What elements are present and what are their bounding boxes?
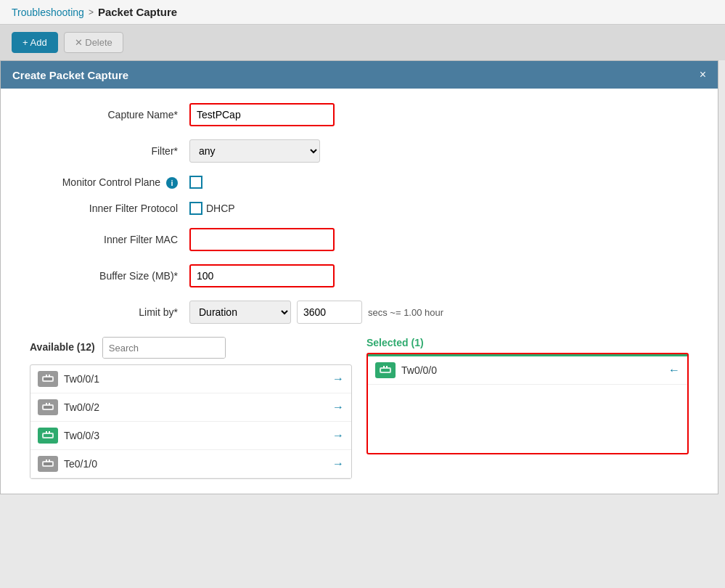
- add-button[interactable]: + Add: [12, 32, 58, 53]
- interface-name: Tw0/0/2: [64, 401, 332, 413]
- monitor-control-plane-row: Monitor Control Plane i: [30, 176, 689, 189]
- limit-by-row: Limit by* Duration Size secs ~= 1.00 hou…: [30, 301, 689, 324]
- add-interface-arrow[interactable]: →: [332, 429, 344, 442]
- interface-panels: Available (12): [30, 337, 689, 479]
- list-item[interactable]: Tw0/0/2 →: [30, 393, 351, 422]
- breadcrumb-troubleshooting[interactable]: Troubleshooting: [12, 7, 84, 18]
- list-item[interactable]: Tw0/0/0 ←: [368, 354, 687, 385]
- duration-input[interactable]: [297, 301, 362, 324]
- interface-icon: [38, 399, 58, 415]
- list-item[interactable]: Tw0/0/3 →: [30, 422, 351, 450]
- interface-icon: [38, 428, 58, 444]
- inner-filter-mac-row: Inner Filter MAC: [30, 228, 689, 251]
- available-list: Tw0/0/1 → Tw0/0/2 →: [30, 364, 352, 479]
- svg-rect-5: [49, 375, 50, 377]
- buffer-size-label: Buffer Size (MB)*: [30, 270, 189, 282]
- remove-interface-arrow[interactable]: ←: [668, 364, 680, 377]
- delete-button[interactable]: ✕ Delete: [64, 32, 123, 53]
- dhcp-checkbox[interactable]: [189, 202, 202, 215]
- interface-icon: [38, 371, 58, 387]
- duration-hint: secs ~= 1.00 hour: [368, 307, 443, 318]
- svg-rect-17: [49, 460, 50, 462]
- interface-icon: [375, 362, 396, 378]
- selected-list: Tw0/0/0 ←: [366, 353, 689, 454]
- filter-row: Filter* any custom: [30, 139, 689, 163]
- svg-rect-8: [46, 403, 47, 405]
- svg-rect-11: [44, 434, 52, 437]
- add-interface-arrow[interactable]: →: [332, 372, 344, 385]
- list-item[interactable]: Te0/1/0 →: [30, 450, 351, 478]
- add-interface-arrow[interactable]: →: [332, 401, 344, 414]
- breadcrumb-current: Packet Capture: [98, 6, 177, 18]
- inner-filter-mac-label: Inner Filter MAC: [30, 234, 189, 245]
- svg-rect-3: [44, 377, 52, 380]
- breadcrumb: Troubleshooting > Packet Capture: [0, 0, 725, 25]
- svg-rect-20: [383, 366, 385, 368]
- svg-rect-15: [44, 462, 52, 465]
- filter-select[interactable]: any custom: [189, 139, 320, 163]
- capture-name-label: Capture Name*: [30, 109, 189, 121]
- available-panel-header: Available (12): [30, 341, 95, 353]
- interface-name: Te0/1/0: [64, 458, 332, 470]
- add-interface-arrow[interactable]: →: [332, 457, 344, 470]
- inner-filter-mac-input[interactable]: [189, 228, 335, 251]
- svg-rect-7: [44, 406, 52, 409]
- svg-rect-9: [49, 403, 50, 405]
- buffer-size-input[interactable]: [189, 264, 335, 287]
- svg-rect-4: [46, 375, 47, 377]
- svg-rect-21: [386, 366, 388, 368]
- toolbar: + Add ✕ Delete: [0, 25, 725, 60]
- selected-panel-header: Selected (1): [366, 337, 689, 348]
- capture-name-input[interactable]: [189, 103, 335, 126]
- search-input[interactable]: [103, 338, 226, 358]
- limit-by-label: Limit by*: [30, 306, 189, 318]
- modal-title: Create Packet Capture: [12, 69, 128, 81]
- selected-panel: Selected (1) Tw0/0/0 ←: [366, 337, 689, 479]
- buffer-size-row: Buffer Size (MB)*: [30, 264, 689, 287]
- modal-close-button[interactable]: ×: [700, 68, 706, 81]
- svg-rect-16: [46, 460, 47, 462]
- monitor-control-plane-checkbox[interactable]: [189, 176, 202, 189]
- modal-header: Create Packet Capture ×: [1, 61, 718, 89]
- interface-name: Tw0/0/3: [64, 430, 332, 441]
- inner-filter-protocol-label: Inner Filter Protocol: [30, 203, 189, 214]
- dhcp-checkbox-group: DHCP: [189, 202, 235, 215]
- filter-label: Filter*: [30, 145, 189, 157]
- available-panel: Available (12): [30, 337, 352, 479]
- inner-filter-protocol-row: Inner Filter Protocol DHCP: [30, 202, 689, 215]
- limit-by-select[interactable]: Duration Size: [189, 301, 291, 324]
- modal-body: Capture Name* Filter* any custom Monitor…: [1, 89, 718, 494]
- limit-by-controls: Duration Size secs ~= 1.00 hour: [189, 301, 443, 324]
- monitor-label: Monitor Control Plane i: [30, 176, 189, 189]
- search-box: [102, 337, 226, 359]
- monitor-info-icon[interactable]: i: [166, 177, 178, 189]
- available-header-row: Available (12): [30, 337, 352, 362]
- dhcp-label: DHCP: [206, 203, 235, 214]
- interface-name: Tw0/0/0: [401, 364, 668, 376]
- capture-name-row: Capture Name*: [30, 103, 689, 126]
- list-item[interactable]: Tw0/0/1 →: [30, 365, 351, 393]
- breadcrumb-separator: >: [89, 7, 94, 17]
- create-packet-capture-modal: Create Packet Capture × Capture Name* Fi…: [0, 60, 718, 494]
- svg-rect-12: [46, 431, 47, 433]
- svg-rect-13: [49, 431, 50, 433]
- interface-name: Tw0/0/1: [64, 373, 332, 385]
- interface-icon: [38, 456, 58, 472]
- svg-rect-19: [381, 369, 390, 372]
